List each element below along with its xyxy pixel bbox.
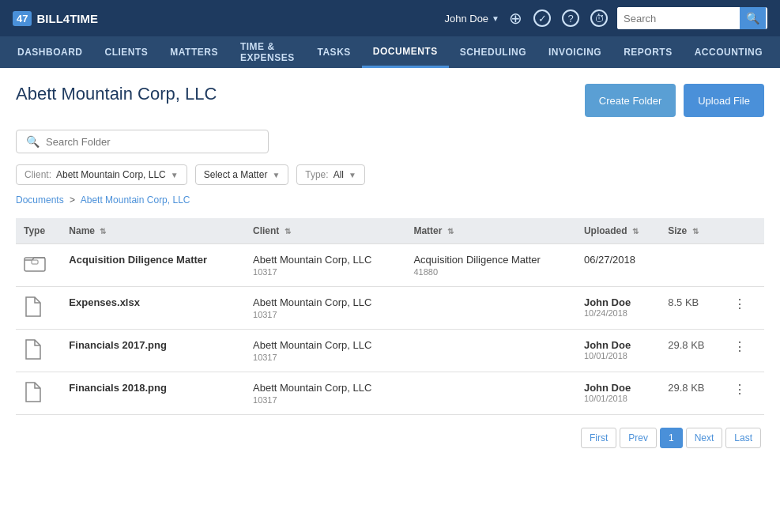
cell-client: Abett Mountain Corp, LLC10317	[245, 372, 405, 415]
upload-date: 10/24/2018	[584, 308, 652, 318]
file-icon	[24, 350, 41, 362]
help-icon[interactable]: ?	[562, 9, 579, 27]
table-header: Type Name ⇅ Client ⇅ Matter ⇅ Uploaded ⇅…	[16, 218, 764, 244]
content-area: Abett Mountain Corp, LLC Create Folder U…	[0, 68, 780, 459]
user-dropdown-icon[interactable]: ▼	[492, 14, 499, 23]
breadcrumb-separator: >	[70, 194, 75, 206]
client-name: Abett Mountain Corp, LLC	[253, 382, 398, 394]
create-folder-button[interactable]: Create Folder	[585, 84, 676, 117]
pagination-next[interactable]: Next	[686, 428, 723, 448]
pagination-last[interactable]: Last	[725, 428, 761, 448]
search-input[interactable]	[617, 7, 740, 29]
cell-uploaded: John Doe10/01/2018	[576, 372, 660, 415]
matter-filter[interactable]: Select a Matter ▼	[195, 164, 289, 185]
check-icon[interactable]: ✓	[533, 9, 551, 27]
cell-menu[interactable]: ⋮	[722, 287, 764, 330]
file-icon	[24, 393, 41, 405]
cell-matter	[405, 372, 575, 415]
cell-matter: Acquisition Diligence Matter41880	[405, 244, 575, 287]
file-size: 29.8 KB	[660, 372, 722, 415]
row-more-button[interactable]: ⋮	[730, 339, 749, 354]
cell-name[interactable]: Expenses.xlsx	[61, 287, 245, 330]
type-filter[interactable]: Type: All ▼	[296, 164, 365, 185]
cell-name[interactable]: Acquisition Diligence Matter	[61, 244, 245, 287]
client-filter[interactable]: Client: Abett Mountain Corp, LLC ▼	[16, 164, 187, 185]
matter-name: Acquisition Diligence Matter	[413, 254, 567, 266]
client-id: 10317	[253, 267, 398, 277]
search-button[interactable]: 🔍	[740, 7, 766, 29]
client-name: Abett Mountain Corp, LLC	[253, 296, 398, 308]
col-uploaded[interactable]: Uploaded ⇅	[576, 218, 660, 244]
clock-icon[interactable]: ⏱	[590, 9, 608, 27]
top-bar: 47 BILL4TIME John Doe ▼ ⊕ ✓ ? ⏱ 🔍	[0, 0, 780, 36]
upload-file-button[interactable]: Upload File	[684, 84, 764, 117]
matter-filter-arrow: ▼	[272, 171, 280, 179]
uploader-name: John Doe	[584, 296, 652, 308]
cell-size	[660, 244, 722, 287]
folder-icon	[24, 263, 46, 275]
breadcrumb-current[interactable]: Abett Mountain Corp, LLC	[81, 194, 190, 206]
row-more-button[interactable]: ⋮	[730, 296, 749, 311]
nav-scheduling[interactable]: SCHEDULING	[449, 36, 537, 68]
page-title: Abett Mountain Corp, LLC	[16, 84, 217, 104]
actions-row: Abett Mountain Corp, LLC Create Folder U…	[16, 84, 764, 117]
nav-invoicing[interactable]: INVOICING	[537, 36, 612, 68]
file-table: Type Name ⇅ Client ⇅ Matter ⇅ Uploaded ⇅…	[16, 218, 764, 415]
pagination-current[interactable]: 1	[660, 428, 683, 448]
filters-row: Client: Abett Mountain Corp, LLC ▼ Selec…	[16, 164, 764, 185]
col-matter[interactable]: Matter ⇅	[405, 218, 575, 244]
search-folder-input[interactable]	[46, 136, 258, 148]
cell-type	[16, 372, 61, 415]
col-size[interactable]: Size ⇅	[660, 218, 722, 244]
file-name-text: Expenses.xlsx	[69, 296, 140, 308]
row-more-button[interactable]: ⋮	[730, 382, 749, 397]
user-section[interactable]: John Doe ▼	[444, 13, 499, 25]
uploader-name: John Doe	[584, 339, 652, 351]
cell-matter	[405, 287, 575, 330]
breadcrumb-root[interactable]: Documents	[16, 194, 64, 206]
type-filter-label: Type:	[305, 169, 328, 180]
cell-menu[interactable]: ⋮	[722, 372, 764, 415]
nav-clients[interactable]: CLIENTS	[94, 36, 160, 68]
nav-documents[interactable]: DOCUMENTS	[362, 36, 449, 68]
client-name: Abett Mountain Corp, LLC	[253, 339, 398, 351]
table-row: Financials 2018.pngAbett Mountain Corp, …	[16, 372, 764, 415]
pagination-prev[interactable]: Prev	[620, 428, 657, 448]
cell-menu[interactable]: ⋮	[722, 330, 764, 372]
pagination-first[interactable]: First	[581, 428, 616, 448]
logo-icon: 47	[13, 11, 32, 26]
col-client[interactable]: Client ⇅	[245, 218, 405, 244]
client-filter-arrow: ▼	[171, 171, 179, 179]
cell-menu	[722, 244, 764, 287]
logo-area: 47 BILL4TIME	[13, 11, 98, 26]
nav-tasks[interactable]: TASKS	[307, 36, 362, 68]
client-id: 10317	[253, 310, 398, 319]
add-icon[interactable]: ⊕	[509, 9, 522, 28]
uploader-name: John Doe	[584, 382, 652, 394]
nav-accounting[interactable]: ACCOUNTING	[684, 36, 774, 68]
nav-matters[interactable]: MATTERS	[159, 36, 229, 68]
matter-id: 41880	[413, 267, 567, 277]
matter-filter-value: Select a Matter	[204, 169, 268, 180]
nav-time-expenses[interactable]: TIME & EXPENSES	[229, 36, 307, 68]
nav-reports[interactable]: REPORTS	[612, 36, 684, 68]
cell-client: Abett Mountain Corp, LLC10317	[245, 287, 405, 330]
table-row: Acquisition Diligence MatterAbett Mounta…	[16, 244, 764, 287]
file-size: 29.8 KB	[660, 330, 722, 372]
nav-dashboard[interactable]: DASHBOARD	[6, 36, 94, 68]
cell-client: Abett Mountain Corp, LLC10317	[245, 330, 405, 372]
cell-name[interactable]: Financials 2018.png	[61, 372, 245, 415]
client-filter-label: Client:	[24, 169, 51, 180]
client-id: 10317	[253, 395, 398, 405]
client-id: 10317	[253, 353, 398, 362]
username-label: John Doe	[444, 13, 488, 25]
cell-type	[16, 287, 61, 330]
file-size: 8.5 KB	[660, 287, 722, 330]
col-name[interactable]: Name ⇅	[61, 218, 245, 244]
file-icon	[24, 308, 41, 319]
cell-name[interactable]: Financials 2017.png	[61, 330, 245, 372]
upload-date: 10/01/2018	[584, 351, 652, 360]
file-name-text: Financials 2018.png	[69, 382, 167, 394]
upload-date: 10/01/2018	[584, 394, 652, 403]
cell-uploaded: John Doe10/01/2018	[576, 330, 660, 372]
